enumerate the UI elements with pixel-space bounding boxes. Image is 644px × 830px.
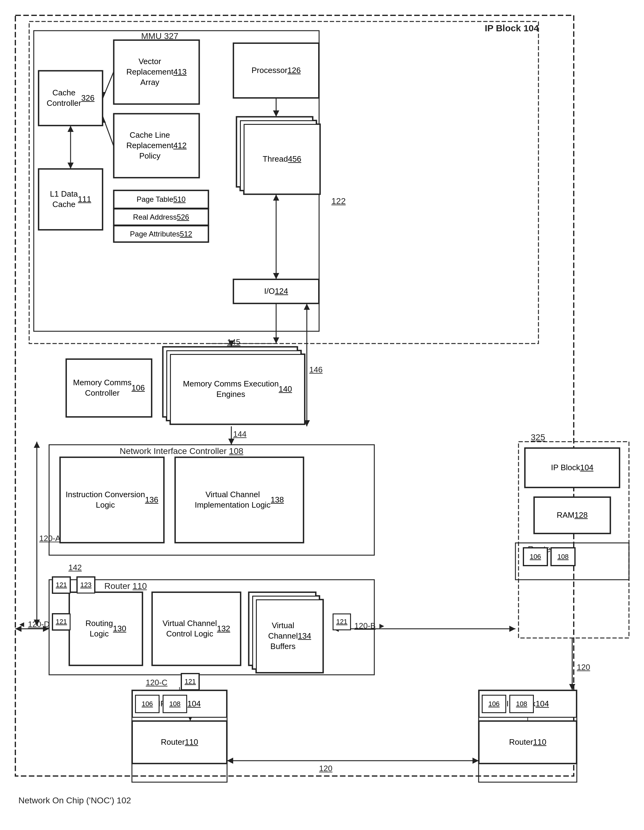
svg-marker-87 (569, 684, 575, 690)
ref-122-label: 122 (332, 196, 346, 206)
thread-box: Thread456 (244, 124, 320, 195)
port-121c-box: 121 (181, 673, 200, 690)
svg-marker-54 (273, 195, 279, 201)
page-table-box: Page Table 510 (114, 190, 209, 209)
virtual-channel-control-logic-box: Virtual ChannelControl Logic 132 (152, 592, 241, 665)
ref-120c-label: 120-C (146, 678, 168, 687)
real-address-box: Real Address 526 (114, 209, 209, 225)
svg-marker-48 (68, 126, 74, 132)
l1-data-cache-box: L1 DataCache111 (38, 169, 103, 230)
ref-325-label: 325 (531, 432, 545, 442)
ref-106r-box: 106 (523, 548, 548, 566)
router-label: Router 110 (104, 581, 147, 591)
ref-120b-label: 120-B ► (354, 621, 385, 630)
vector-replacement-array-box: VectorReplacementArray 413 (114, 40, 200, 104)
svg-marker-50 (273, 111, 279, 117)
cache-controller-box: CacheController 326 (38, 71, 103, 126)
svg-line-44 (103, 117, 114, 146)
svg-marker-83 (227, 758, 233, 764)
nic-label: Network Interface Controller 108 (120, 446, 243, 456)
router-bottom-left-box: Router110 (132, 721, 227, 764)
virtual-channel-implementation-logic-box: Virtual ChannelImplementation Logic 138 (175, 457, 304, 543)
svg-marker-62 (304, 304, 310, 310)
ref-120d-label: ◄ 120-D (18, 619, 50, 629)
ram-box: RAM128 (534, 497, 611, 534)
svg-marker-53 (273, 273, 279, 279)
io-box: I/O 124 (233, 279, 319, 304)
svg-marker-64 (228, 439, 235, 445)
router-bottom-right-box: Router110 (479, 721, 577, 764)
ref-142-label: 142 (68, 563, 82, 572)
instruction-conversion-logic-box: Instruction ConversionLogic 136 (60, 457, 164, 543)
ref-108br-box: 108 (509, 695, 534, 713)
processor-box: Processor126 (233, 43, 319, 98)
cache-line-replacement-policy-box: Cache LineReplacementPolicy 412 (114, 114, 200, 178)
virtual-channel-buffers-box: VirtualChannelBuffers 134 (256, 599, 324, 673)
port-121d-box: 121 (333, 613, 351, 630)
ref-108bl-box: 108 (163, 695, 187, 713)
ref-145-label: 145 (227, 337, 240, 347)
ref-120-right-label: 120 (577, 662, 590, 672)
ref-120a-label: 120-A (39, 534, 60, 543)
footnote: Network On Chip ('NOC') 102 (18, 796, 131, 805)
ref-120-bottom-label: 120 (319, 764, 332, 773)
diagram-container: IP Block 104 MMU 327 VectorReplacementAr… (12, 12, 632, 816)
svg-line-42 (103, 72, 114, 98)
ref-144-label: 144 (233, 429, 246, 439)
svg-marker-56 (273, 337, 279, 344)
svg-marker-47 (68, 163, 74, 169)
ref-146-label: 146 (309, 365, 322, 374)
port-123-box: 123 (77, 577, 95, 594)
page-attributes-box: Page Attributes 512 (114, 225, 209, 242)
port-121a-box: 121 (52, 577, 71, 594)
ref-106br-box: 106 (482, 695, 506, 713)
ip-block-main-label: IP Block 104 (485, 23, 539, 33)
ref-106bl-box: 106 (135, 695, 160, 713)
ip-block-right-box: IP Block104 (525, 448, 620, 488)
svg-marker-75 (509, 626, 516, 632)
svg-marker-66 (34, 442, 40, 448)
memory-comms-controller-box: Memory CommsController106 (66, 359, 152, 417)
memory-comms-execution-engines-box: Memory Comms ExecutionEngines 140 (170, 354, 305, 425)
port-121b-box: 121 (52, 613, 71, 630)
ref-108r-box: 108 (551, 548, 575, 566)
routing-logic-box: RoutingLogic 130 (69, 592, 143, 665)
svg-marker-51 (273, 111, 279, 117)
svg-marker-84 (473, 758, 479, 764)
